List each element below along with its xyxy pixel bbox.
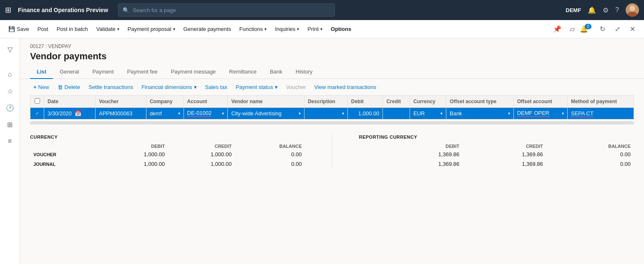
sidebar-item-workspaces[interactable]: ⊞ xyxy=(3,117,18,132)
row-check[interactable]: ✓ xyxy=(30,108,44,119)
tab-payment[interactable]: Payment xyxy=(86,65,120,79)
row-debit[interactable]: 1,000.00 xyxy=(347,108,383,119)
rep-credit-1: 1,369.86 xyxy=(463,159,546,169)
inquiries-button[interactable]: Inquiries ▾ xyxy=(272,24,302,34)
currency-dropdown-icon[interactable]: ▾ xyxy=(440,111,443,116)
pin-icon[interactable]: 📌 xyxy=(551,23,564,36)
command-bar: 💾 Save Post Post in batch Validate ▾ Pay… xyxy=(0,20,644,38)
validate-button[interactable]: Validate ▾ xyxy=(93,24,123,34)
inquiries-chevron: ▾ xyxy=(297,27,299,31)
company-dropdown-icon[interactable]: ▾ xyxy=(178,111,180,116)
top-nav: ⊞ Finance and Operations Preview 🔍 Searc… xyxy=(0,0,644,20)
row-description[interactable]: ▾ xyxy=(304,108,347,119)
summary-debit-journal: 1,000.00 xyxy=(101,159,168,169)
financial-dimensions-button[interactable]: Financial dimensions ▾ xyxy=(138,82,200,92)
summary-divider xyxy=(332,135,332,169)
tab-history[interactable]: History xyxy=(289,65,319,79)
row-offset-account-type[interactable]: Bank ▾ xyxy=(446,108,513,119)
gear-icon[interactable]: ⚙ xyxy=(603,6,609,14)
row-account[interactable]: DE-01002 ▾ xyxy=(184,108,228,119)
settle-transactions-button[interactable]: Settle transactions xyxy=(85,82,136,92)
help-icon[interactable]: ? xyxy=(615,6,619,14)
rep-label-0 xyxy=(359,150,379,159)
delete-button[interactable]: 🗑 Delete xyxy=(54,82,84,92)
tab-payment-fee[interactable]: Payment fee xyxy=(121,65,164,79)
rep-balance-1: 0.00 xyxy=(546,159,634,169)
search-icon: 🔍 xyxy=(123,7,129,13)
col-check xyxy=(30,96,44,108)
offset-account-dropdown-icon[interactable]: ▾ xyxy=(562,111,564,116)
bell-icon[interactable]: 🔔 xyxy=(588,6,596,14)
rep-col-debit: DEBIT xyxy=(379,143,463,150)
row-company[interactable]: demf ▾ xyxy=(146,108,184,119)
svg-point-1 xyxy=(629,5,635,11)
generate-payments-button[interactable]: Generate payments xyxy=(180,24,234,34)
col-credit: Credit xyxy=(383,96,410,108)
row-credit[interactable] xyxy=(383,108,410,119)
functions-button[interactable]: Functions ▾ xyxy=(236,24,270,34)
currency-summary-table: DEBIT CREDIT BALANCE VOUCHER 1,000.00 1,… xyxy=(30,143,305,169)
expand-icon[interactable]: ⤢ xyxy=(611,23,624,36)
offset-account-type-dropdown-icon[interactable]: ▾ xyxy=(508,111,510,116)
rep-col-balance: BALANCE xyxy=(546,143,634,150)
tab-list[interactable]: List xyxy=(30,65,53,79)
summary-debit-voucher: 1,000.00 xyxy=(101,150,168,159)
row-currency[interactable]: EUR ▾ xyxy=(410,108,446,119)
post-button[interactable]: Post xyxy=(34,24,52,34)
summary-section: CURRENCY DEBIT CREDIT BALANCE VOUCHER xyxy=(20,128,644,175)
payment-proposal-button[interactable]: Payment proposal ▾ xyxy=(124,24,179,34)
new-button[interactable]: + New xyxy=(30,82,53,92)
row-vendor-name[interactable]: City-wide Advertising ▾ xyxy=(228,108,304,119)
tab-bank[interactable]: Bank xyxy=(263,65,289,79)
currency-summary: CURRENCY DEBIT CREDIT BALANCE VOUCHER xyxy=(30,135,305,169)
sidebar-item-modules[interactable]: ≡ xyxy=(3,134,18,149)
table-row[interactable]: ✓ 3/30/2020 📅 APPM000063 demf ▾ xyxy=(30,108,634,119)
rep-summary-row-1: 1,369.86 1,369.86 0.00 xyxy=(359,159,634,169)
functions-chevron: ▾ xyxy=(264,27,267,31)
currency-col-credit: CREDIT xyxy=(168,143,235,150)
summary-credit-voucher: 1,000.00 xyxy=(168,150,235,159)
app-grid-icon[interactable]: ⊞ xyxy=(5,5,11,15)
account-dropdown-icon[interactable]: ▾ xyxy=(222,111,224,116)
col-account: Account xyxy=(184,96,228,108)
tab-general[interactable]: General xyxy=(53,65,86,79)
panel-icon[interactable]: ▱ xyxy=(566,23,579,36)
save-icon: 💾 xyxy=(8,26,15,32)
payment-status-button[interactable]: Payment status ▾ xyxy=(232,82,281,92)
close-icon[interactable]: ✕ xyxy=(626,23,639,36)
sales-tax-button[interactable]: Sales tax xyxy=(202,82,231,92)
sidebar: ▽ ⌂ ☆ 🕐 ⊞ ≡ xyxy=(0,38,20,264)
currency-col-label xyxy=(30,143,101,150)
sidebar-item-home[interactable]: ⌂ xyxy=(3,67,18,82)
select-all-checkbox[interactable] xyxy=(35,98,40,104)
sidebar-item-recent[interactable]: 🕐 xyxy=(3,100,18,115)
row-method-of-payment[interactable]: SEPA CT xyxy=(567,108,634,119)
horizontal-scrollbar-area xyxy=(20,121,644,128)
print-button[interactable]: Print ▾ xyxy=(304,24,326,34)
calendar-icon[interactable]: 📅 xyxy=(75,110,81,117)
post-batch-button[interactable]: Post in batch xyxy=(53,24,91,34)
sidebar-item-favorites[interactable]: ☆ xyxy=(3,84,18,99)
check-icon: ✓ xyxy=(34,110,40,117)
rep-credit-0: 1,369.86 xyxy=(463,150,546,159)
view-marked-transactions-button[interactable]: View marked transactions xyxy=(311,82,380,92)
vendor-name-dropdown-icon[interactable]: ▾ xyxy=(299,111,301,116)
search-placeholder: Search for a page xyxy=(133,7,176,13)
row-voucher[interactable]: APPM000063 xyxy=(96,108,146,119)
options-button[interactable]: Options xyxy=(327,24,355,34)
search-bar[interactable]: 🔍 Search for a page xyxy=(118,3,335,17)
horizontal-scrollbar[interactable] xyxy=(30,121,634,124)
save-button[interactable]: 💾 Save xyxy=(5,24,33,34)
main-content: 00127 : VENDPAY Vendor payments List Gen… xyxy=(20,38,644,264)
tab-remittance[interactable]: Remittance xyxy=(222,65,263,79)
tab-payment-message[interactable]: Payment message xyxy=(164,65,223,79)
row-offset-account[interactable]: DEMF OPER ▾ xyxy=(513,108,567,119)
notification-badge-button[interactable]: 🔔 0 xyxy=(581,23,594,36)
refresh-icon[interactable]: ↻ xyxy=(596,23,609,36)
description-dropdown-icon[interactable]: ▾ xyxy=(342,111,344,116)
col-company: Company xyxy=(146,96,184,108)
row-date[interactable]: 3/30/2020 📅 xyxy=(44,108,96,119)
rep-col-label xyxy=(359,143,379,150)
sidebar-item-filter[interactable]: ▽ xyxy=(3,42,18,57)
avatar[interactable] xyxy=(626,3,639,17)
